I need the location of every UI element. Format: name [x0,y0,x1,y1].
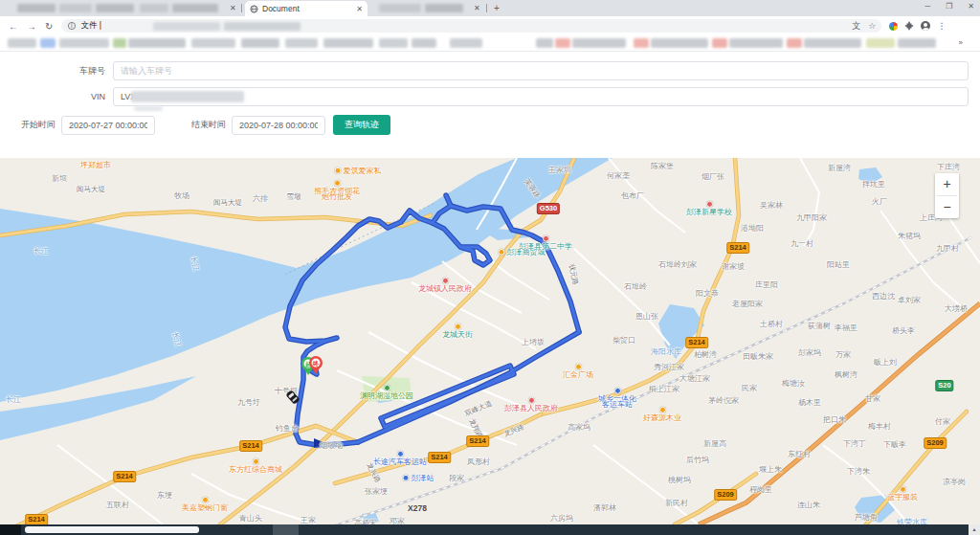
map-label: 长江 [6,396,21,404]
road-badge-S209: S209 [924,437,947,449]
map-label: 邓家 [390,518,405,524]
new-tab-button[interactable]: + [494,3,500,13]
address-bar[interactable]: i 文件 | 文 ☆ [61,19,881,33]
map-label: 长江 [33,248,49,256]
horizontal-scrollbar[interactable]: ▴ [0,524,980,535]
map-label: 彭泽县第二中学 [519,235,572,251]
map-label: 汇金广场 [563,364,593,379]
map-label: 大塝桥 [945,305,968,313]
road-badge-X278: X278 [406,503,429,513]
map-label: 六房坞 [550,515,573,523]
map-label: 后竹坞 [686,457,709,464]
map-label: 拌坑里 [862,181,885,189]
map-label: 彭泽站 [403,475,434,482]
map-label: 牧场 [174,192,189,200]
start-time-input[interactable] [61,116,155,135]
map-label: 桃树坞 [668,477,691,484]
zoom-in-button[interactable]: + [935,173,959,195]
map-label: 李福里 [835,324,858,332]
forward-icon[interactable]: → [27,21,36,32]
menu-icon[interactable]: ⋮ [937,21,946,31]
tab-document[interactable]: Document ✕ [245,1,368,16]
map-label: 长江 [170,331,182,348]
extension-pinwheel-icon[interactable] [889,22,898,31]
map-label: 谢家坡 [722,263,745,271]
map-label: 烟墩垴 [320,442,343,450]
map-label: 新民村 [665,500,688,507]
map-label: 客运车站 [602,401,633,409]
window-close-button[interactable]: ✕ [968,2,974,11]
map-label: 卓刘家 [898,297,921,304]
poi-icon [253,458,259,465]
map-label: 段家 [449,475,464,482]
map-label: 下庄湾 [937,164,960,171]
end-time-input[interactable] [232,116,325,135]
globe-icon [250,5,258,13]
map-label: 彭泽新星学校 [686,201,732,216]
scrollbar-left-block [0,524,21,535]
map-labels-layer: 坪郑超市爱筑爱家私熊毛农资烟花炮竹批发彭泽商贸城龙城天街渊明湖湿地公园汇金广场好… [0,158,980,524]
poi-icon [442,278,449,284]
profile-avatar[interactable] [921,21,930,31]
window-maximize-button[interactable]: ❐ [946,2,952,11]
back-icon[interactable]: ← [9,21,18,32]
map-label: 九一村 [791,240,813,248]
map-label: 九甲阳家 [796,214,827,222]
map-label: 西边沈 [872,293,895,301]
map-label: 阳站里 [827,261,850,269]
zoom-out-button[interactable]: − [935,196,959,218]
map-label: 老屋阳家 [732,301,763,308]
map-label: 把口朱 [823,416,846,424]
map-label: 大塘江家 [679,375,710,383]
map-label: 美嘉塑钢门窗 [182,497,228,512]
map-label: 钓鱼台 [276,425,299,433]
road-badge-G530: G530 [537,203,560,214]
map-label: 畈上刘 [874,359,897,367]
road-badge-S214: S214 [25,514,48,524]
poi-icon [706,201,713,208]
map-label: 土桥村 [760,321,783,328]
map-label: 柏树湾 [694,351,717,359]
map-label: 枫树湾 [835,371,858,379]
map-label: 九甲村 [936,245,959,253]
map-label: 港坳阳 [741,225,764,233]
scrollbar-thumb[interactable] [25,526,199,533]
bookmarks-overflow-icon[interactable]: » [959,38,963,47]
page-info-icon[interactable]: i [68,22,76,30]
road-badge-S209: S209 [714,489,737,501]
tab-close-icon[interactable]: ✕ [356,5,363,13]
extensions-puzzle-icon[interactable] [904,21,914,31]
track-map[interactable]: 起终 坪郑超市爱筑爱家私熊毛农资烟花炮竹批发彭泽商贸城龙城天街渊明湖湿地公园汇金… [0,158,980,524]
map-label: 柴贸口 [612,337,635,345]
map-label: 新坝 [52,175,67,183]
plate-label: 车牌号 [0,65,113,78]
reload-icon[interactable]: ↻ [45,21,53,32]
start-time-label: 开始时间 [0,119,61,131]
map-label: 凉亭岗 [943,479,966,486]
map-label: 彭泽县人民政府 [504,397,558,412]
map-label: 荻蒲树 [808,323,831,330]
translate-icon[interactable]: 文 [852,20,860,33]
url-text: 文件 | [80,20,101,32]
map-label: 付家 [935,418,950,426]
poi-icon [528,397,535,404]
poi-icon [659,407,666,413]
map-label: 陈家堡 [651,163,674,170]
map-label: 桥头李 [892,327,915,335]
bookmark-star-icon[interactable]: ☆ [868,21,876,31]
map-label: 坪郑超市 [80,162,111,169]
map-label: 雪墩 [286,193,301,201]
query-track-button[interactable]: 查询轨迹 [333,115,390,135]
map-label: 东红村 [788,451,811,458]
map-label: 茅岭倪家 [708,397,739,405]
tab-title: Document [262,4,356,13]
map-label: 杨木里 [798,399,821,407]
tab1-close-icon[interactable]: ✕ [230,4,236,12]
map-label: 程岗里 [749,486,772,494]
browser-tab-strip: ✕ Document ✕ ✕ + ─ ❐ ✕ [0,0,980,16]
poi-icon [384,385,390,391]
map-label: 吴家林 [760,202,783,210]
window-minimize-button[interactable]: ─ [924,2,930,11]
tab3-close-icon[interactable]: ✕ [474,4,480,12]
plate-input[interactable] [113,61,969,80]
